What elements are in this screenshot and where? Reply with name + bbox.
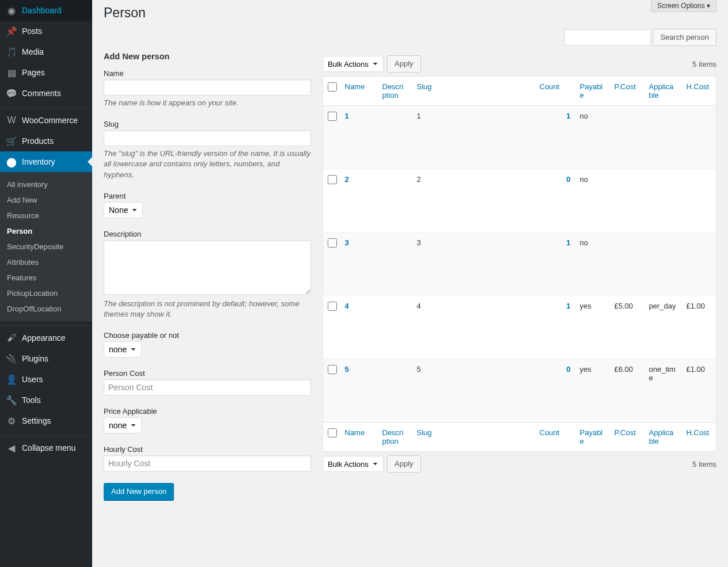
- menu-item-woocommerce[interactable]: WWooCommerce: [0, 110, 92, 131]
- menu-item-dashboard[interactable]: ◉Dashboard: [0, 0, 92, 21]
- col-header-pcost[interactable]: P.Cost: [610, 77, 644, 106]
- col-header-payable[interactable]: Payable: [575, 77, 610, 106]
- collapse-icon: ◀: [6, 442, 17, 454]
- bulk-actions-select-top[interactable]: Bulk Actions: [323, 56, 384, 72]
- submenu-item-all-inventory[interactable]: All inventory: [0, 177, 92, 192]
- row-checkbox[interactable]: [328, 175, 337, 184]
- col-header-count[interactable]: Count: [535, 423, 575, 452]
- row-checkbox[interactable]: [328, 365, 337, 374]
- parent-select[interactable]: None: [104, 202, 143, 218]
- submenu-item-features[interactable]: Features: [0, 270, 92, 286]
- col-header-pcost[interactable]: P.Cost: [610, 423, 644, 452]
- cell-slug: 3: [412, 233, 535, 296]
- menu-item-comments[interactable]: 💬Comments: [0, 83, 92, 104]
- cell-hcost: [682, 169, 716, 233]
- cell-desc: [378, 106, 412, 169]
- menu-label: Pages: [22, 68, 45, 77]
- wrench-icon: 🔧: [6, 394, 17, 406]
- cell-pcost: £6.00: [610, 359, 644, 423]
- menu-item-users[interactable]: 👤Users: [0, 369, 92, 390]
- col-header-hcost[interactable]: H.Cost: [682, 77, 716, 106]
- row-checkbox[interactable]: [328, 302, 337, 311]
- menu-label: Appearance: [22, 333, 66, 343]
- col-header-app[interactable]: Applicable: [644, 423, 682, 452]
- cell-pcost: [610, 233, 644, 296]
- col-header-name[interactable]: Name: [340, 423, 378, 452]
- cell-slug: 2: [412, 169, 535, 233]
- row-checkbox[interactable]: [328, 112, 337, 121]
- search-box: Search person: [104, 29, 716, 46]
- bulk-actions-select-bottom[interactable]: Bulk Actions: [323, 456, 384, 472]
- cell-slug: 1: [412, 106, 535, 169]
- media-icon: 🎵: [6, 46, 17, 58]
- submit-button[interactable]: Add New person: [104, 483, 174, 500]
- col-header-hcost[interactable]: H.Cost: [682, 423, 716, 452]
- col-header-slug[interactable]: Slug: [412, 77, 535, 106]
- hourly-cost-input[interactable]: [104, 455, 311, 471]
- bulk-apply-bottom[interactable]: Apply: [387, 455, 421, 473]
- cell-name[interactable]: 5: [340, 359, 378, 423]
- submenu-item-dropofflocation[interactable]: DropOffLocation: [0, 301, 92, 317]
- menu-item-media[interactable]: 🎵Media: [0, 41, 92, 62]
- col-header-desc[interactable]: Description: [378, 77, 412, 106]
- col-header-payable[interactable]: Payable: [575, 423, 610, 452]
- col-header-app[interactable]: Applicable: [644, 77, 682, 106]
- screen-options-toggle[interactable]: Screen Options ▾: [651, 0, 716, 12]
- row-checkbox[interactable]: [328, 238, 337, 248]
- select-all-bottom[interactable]: [328, 428, 337, 437]
- table-row: 331no: [323, 233, 716, 296]
- menu-item-collapse-menu[interactable]: ◀Collapse menu: [0, 437, 92, 458]
- cell-name[interactable]: 2: [340, 169, 378, 233]
- cell-count: 1: [535, 106, 575, 169]
- search-button[interactable]: Search person: [653, 29, 716, 46]
- cell-name[interactable]: 3: [340, 233, 378, 296]
- submenu-item-resource[interactable]: Resource: [0, 208, 92, 223]
- cell-name[interactable]: 4: [340, 296, 378, 359]
- person-cost-input[interactable]: [104, 379, 311, 395]
- price-applicable-select[interactable]: none: [104, 417, 142, 433]
- menu-item-inventory[interactable]: ⬤Inventory: [0, 151, 92, 172]
- menu-item-products[interactable]: 🛒Products: [0, 131, 92, 151]
- submenu-item-add-new[interactable]: Add New: [0, 192, 92, 208]
- add-form: Add New person Name The name is how it a…: [104, 52, 311, 500]
- cell-desc: [378, 296, 412, 359]
- menu-label: Plugins: [22, 354, 48, 363]
- search-input[interactable]: [564, 29, 651, 45]
- table-row: 441yes£5.00per_day£1.00: [323, 296, 716, 359]
- tablenav-top: Bulk Actions Apply 5 items: [323, 55, 716, 73]
- menu-label: Settings: [22, 416, 51, 425]
- slug-input[interactable]: [104, 130, 311, 146]
- cell-name[interactable]: 1: [340, 106, 378, 169]
- description-input[interactable]: [104, 240, 311, 295]
- cell-hcost: [682, 233, 716, 296]
- payable-select[interactable]: none: [104, 341, 142, 357]
- slug-label: Slug: [104, 120, 311, 128]
- submenu-item-securitydeposite[interactable]: SecurityDeposite: [0, 239, 92, 254]
- bulk-apply-top[interactable]: Apply: [387, 55, 421, 73]
- col-header-desc[interactable]: Description: [378, 423, 412, 452]
- menu-item-settings[interactable]: ⚙Settings: [0, 410, 92, 431]
- brush-icon: 🖌: [6, 332, 17, 344]
- menu-item-plugins[interactable]: 🔌Plugins: [0, 348, 92, 369]
- select-all-top[interactable]: [328, 82, 337, 92]
- submenu-item-pickuplocation[interactable]: PickupLocation: [0, 286, 92, 301]
- table-row: 220no: [323, 169, 716, 233]
- price-applicable-label: Price Applicable: [104, 407, 311, 416]
- settings-icon: ⚙: [6, 415, 17, 427]
- menu-item-pages[interactable]: ▤Pages: [0, 62, 92, 83]
- submenu-item-person[interactable]: Person: [0, 223, 92, 239]
- menu-item-appearance[interactable]: 🖌Appearance: [0, 328, 92, 348]
- name-label: Name: [104, 69, 311, 78]
- cell-payable: yes: [575, 359, 610, 423]
- col-header-count[interactable]: Count: [535, 77, 575, 106]
- menu-label: Comments: [22, 89, 61, 98]
- col-header-slug[interactable]: Slug: [412, 423, 535, 452]
- menu-item-tools[interactable]: 🔧Tools: [0, 390, 92, 410]
- submenu-item-attributes[interactable]: Attributes: [0, 254, 92, 270]
- col-header-name[interactable]: Name: [340, 77, 378, 106]
- parent-label: Parent: [104, 192, 311, 200]
- page-title: Person: [104, 0, 716, 23]
- name-input[interactable]: [104, 79, 311, 96]
- menu-item-posts[interactable]: 📌Posts: [0, 21, 92, 41]
- menu-label: Tools: [22, 395, 41, 405]
